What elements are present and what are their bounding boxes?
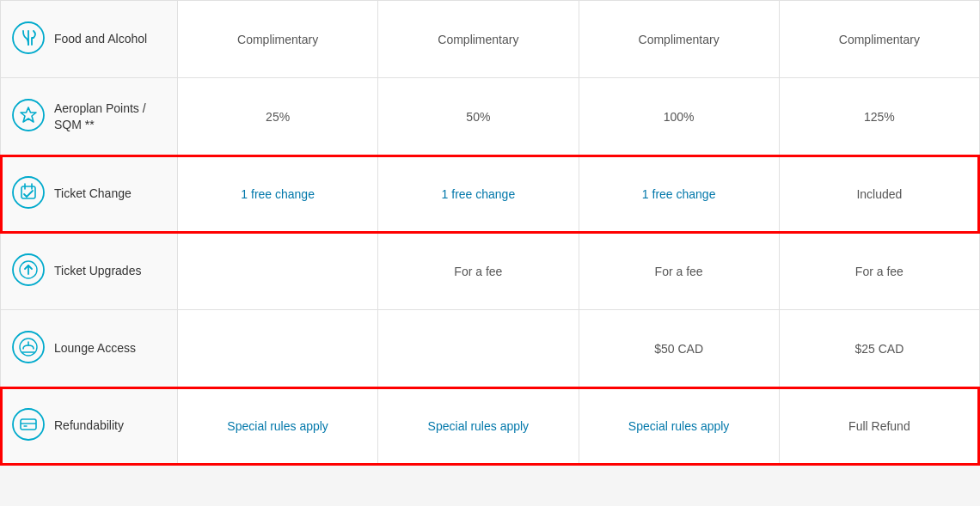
label-ticket-upgrades: Ticket Upgrades: [54, 263, 141, 278]
svg-point-14: [13, 409, 44, 440]
row-ticket-upgrades: Ticket Upgrades For a feeFor a feeFor a …: [1, 233, 979, 310]
value-lounge-access-col1: [177, 310, 377, 387]
value-food-alcohol-col3: Complimentary: [579, 1, 779, 77]
svg-point-1: [13, 100, 44, 131]
svg-point-10: [13, 332, 44, 363]
svg-rect-15: [21, 419, 36, 430]
value-aeroplan-col4: 125%: [779, 78, 979, 155]
star-icon: [11, 98, 46, 135]
feature-cell-lounge-access: Lounge Access: [1, 310, 177, 387]
value-ticket-change-col4: Included: [779, 155, 979, 232]
lounge-icon: [11, 330, 46, 367]
row-lounge-access: Lounge Access $50 CAD$25 CAD: [1, 310, 979, 387]
svg-point-11: [20, 338, 37, 356]
label-refundability: Refundability: [54, 418, 124, 433]
food-icon: [11, 21, 46, 58]
feature-cell-food-alcohol: Food and Alcohol: [1, 1, 177, 77]
value-ticket-change-col1[interactable]: 1 free change: [177, 155, 377, 232]
value-ticket-upgrades-col3: For a fee: [579, 233, 779, 309]
value-ticket-upgrades-col1: [177, 233, 377, 309]
label-ticket-change: Ticket Change: [54, 186, 132, 201]
upgrades-icon: [11, 253, 46, 290]
value-refundability-col1[interactable]: Special rules apply: [177, 387, 377, 464]
value-ticket-upgrades-col4: For a fee: [779, 233, 979, 309]
comparison-table: Food and AlcoholComplimentaryComplimenta…: [0, 0, 980, 466]
svg-point-3: [13, 177, 44, 208]
feature-cell-refundability: Refundability: [1, 387, 177, 464]
value-lounge-access-col4: $25 CAD: [779, 310, 979, 387]
label-lounge-access: Lounge Access: [54, 340, 136, 356]
row-aeroplan: Aeroplan Points / SQM **25%50%100%125%: [1, 78, 979, 155]
value-aeroplan-col3: 100%: [579, 78, 779, 155]
feature-cell-aeroplan: Aeroplan Points / SQM **: [1, 78, 177, 155]
refund-icon: [11, 407, 46, 444]
svg-rect-4: [21, 186, 35, 198]
value-lounge-access-col2: [377, 310, 578, 387]
feature-cell-ticket-upgrades: Ticket Upgrades: [1, 233, 177, 309]
feature-cell-ticket-change: Ticket Change: [1, 155, 177, 232]
ticket-change-icon: [11, 175, 46, 212]
value-ticket-upgrades-col2: For a fee: [377, 233, 578, 309]
value-refundability-col4: Full Refund: [779, 387, 979, 464]
label-food-alcohol: Food and Alcohol: [54, 31, 147, 46]
svg-marker-2: [21, 107, 36, 122]
value-aeroplan-col2: 50%: [377, 78, 578, 155]
label-aeroplan: Aeroplan Points / SQM **: [54, 101, 167, 131]
value-food-alcohol-col2: Complimentary: [377, 1, 578, 77]
value-ticket-change-col2[interactable]: 1 free change: [377, 155, 578, 232]
value-food-alcohol-col1: Complimentary: [177, 1, 377, 77]
value-ticket-change-col3[interactable]: 1 free change: [579, 155, 779, 232]
value-food-alcohol-col4: Complimentary: [779, 1, 979, 77]
row-ticket-change: Ticket Change1 free change1 free change1…: [1, 155, 979, 233]
row-refundability: RefundabilitySpecial rules applySpecial …: [1, 387, 979, 465]
row-food-alcohol: Food and AlcoholComplimentaryComplimenta…: [1, 1, 979, 78]
value-refundability-col2[interactable]: Special rules apply: [377, 387, 578, 464]
value-refundability-col3[interactable]: Special rules apply: [579, 387, 779, 464]
value-lounge-access-col3: $50 CAD: [579, 310, 779, 387]
value-aeroplan-col1: 25%: [177, 78, 377, 155]
